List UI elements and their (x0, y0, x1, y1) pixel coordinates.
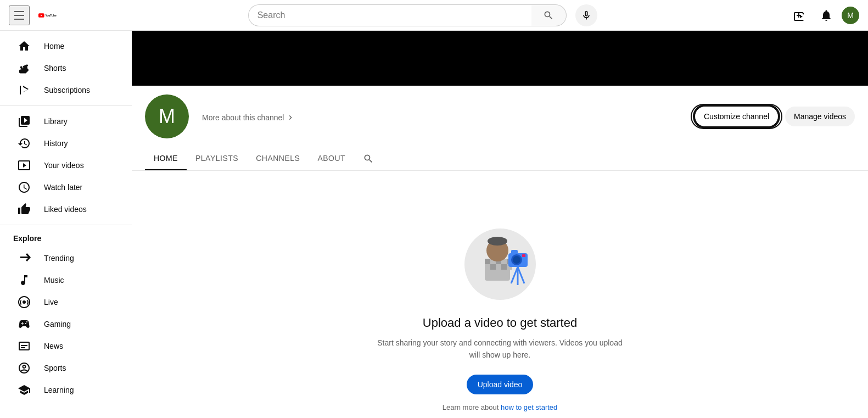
channel-actions: Customize channel Manage videos (695, 106, 855, 127)
trending-icon (18, 252, 31, 265)
empty-subtitle: Start sharing your story and connecting … (374, 337, 626, 361)
channel-more-link[interactable]: More about this channel (202, 113, 681, 122)
sidebar-item-trending[interactable]: Trending (4, 247, 127, 269)
main-content: M More about this channel Customize chan… (132, 31, 868, 418)
live-icon (18, 296, 31, 309)
svg-rect-11 (485, 264, 490, 270)
header-right: M (789, 4, 859, 26)
sidebar-divider-1 (0, 105, 132, 106)
svg-point-20 (513, 256, 520, 264)
svg-rect-25 (522, 254, 525, 257)
search-tab-icon (363, 153, 374, 164)
search-icon (543, 10, 554, 21)
channel-info: M More about this channel Customize chan… (132, 86, 868, 147)
create-button[interactable] (789, 4, 811, 26)
empty-link: Learn more about how to get started (443, 403, 558, 411)
library-icon (18, 115, 31, 128)
menu-button[interactable] (9, 5, 30, 25)
gaming-icon (18, 317, 31, 331)
empty-title: Upload a video to get started (423, 316, 577, 330)
channel-banner (132, 31, 868, 86)
news-icon (18, 339, 31, 353)
svg-rect-14 (501, 264, 507, 270)
create-icon (793, 9, 807, 22)
sidebar-item-shorts[interactable]: Shorts (4, 57, 127, 79)
sidebar-item-your-videos[interactable]: Your videos (4, 154, 127, 176)
search-input[interactable] (248, 4, 531, 26)
liked-videos-icon (18, 203, 31, 216)
tab-about[interactable]: ABOUT (309, 147, 354, 170)
svg-text:YouTube: YouTube (45, 14, 57, 16)
sidebar-item-sports[interactable]: Sports (4, 357, 127, 379)
manage-videos-button[interactable]: Manage videos (785, 107, 855, 126)
tab-home[interactable]: HOME (145, 147, 187, 170)
header-left: YouTube (9, 5, 141, 25)
watch-later-icon (18, 181, 31, 194)
search-button[interactable] (531, 4, 567, 26)
explore-title: Explore (0, 230, 132, 247)
tab-search-button[interactable] (359, 149, 378, 169)
your-videos-icon (18, 159, 31, 172)
sidebar-item-library[interactable]: Library (4, 110, 127, 132)
header-center (225, 4, 620, 26)
how-to-get-started-link[interactable]: how to get started (501, 403, 557, 411)
svg-rect-13 (496, 264, 501, 270)
subscriptions-icon (18, 83, 31, 97)
sports-icon (18, 361, 31, 375)
sidebar-item-home[interactable]: Home (4, 35, 127, 57)
sidebar-item-gaming[interactable]: Gaming (4, 313, 127, 335)
sidebar-item-news[interactable]: News (4, 335, 127, 357)
empty-state: Upload a video to get started Start shar… (132, 171, 868, 418)
mic-icon (581, 10, 592, 21)
sidebar-item-learning[interactable]: Learning (4, 379, 127, 401)
sidebar-item-music[interactable]: Music (4, 269, 127, 291)
customize-channel-button[interactable]: Customize channel (695, 106, 779, 127)
svg-rect-12 (490, 264, 496, 270)
svg-point-3 (23, 300, 26, 304)
svg-rect-6 (485, 259, 490, 264)
channel-meta: More about this channel (202, 111, 681, 122)
svg-rect-21 (511, 250, 518, 254)
svg-point-17 (488, 237, 507, 246)
empty-illustration (445, 204, 555, 303)
sidebar-item-history[interactable]: History (4, 132, 127, 154)
youtube-logo-icon: YouTube (38, 9, 57, 22)
upload-video-button[interactable]: Upload video (467, 375, 534, 394)
voice-search-button[interactable] (575, 4, 597, 26)
history-icon (18, 137, 31, 150)
youtube-logo[interactable]: YouTube (38, 9, 57, 22)
chevron-right-icon (286, 113, 295, 122)
avatar[interactable]: M (842, 7, 859, 24)
tab-playlists[interactable]: PLAYLISTS (187, 147, 247, 170)
sidebar-item-subscriptions[interactable]: Subscriptions (4, 79, 127, 101)
channel-tabs: HOME PLAYLISTS CHANNELS ABOUT (132, 147, 868, 171)
header: YouTube M (0, 0, 868, 31)
sidebar-item-liked-videos[interactable]: Liked videos (4, 198, 127, 220)
music-icon (18, 274, 31, 287)
learning-icon (18, 383, 31, 397)
search-form (248, 4, 567, 26)
home-icon (18, 40, 31, 53)
tab-channels[interactable]: CHANNELS (247, 147, 309, 170)
notifications-button[interactable] (815, 4, 837, 26)
shorts-icon (18, 62, 31, 75)
sidebar-divider-2 (0, 225, 132, 225)
bell-icon (820, 9, 833, 22)
channel-avatar: M (145, 94, 189, 138)
sidebar-item-live[interactable]: Live (4, 291, 127, 313)
sidebar-item-watch-later[interactable]: Watch later (4, 176, 127, 198)
sidebar: Home Shorts Subscriptions Library Histor… (0, 31, 132, 418)
